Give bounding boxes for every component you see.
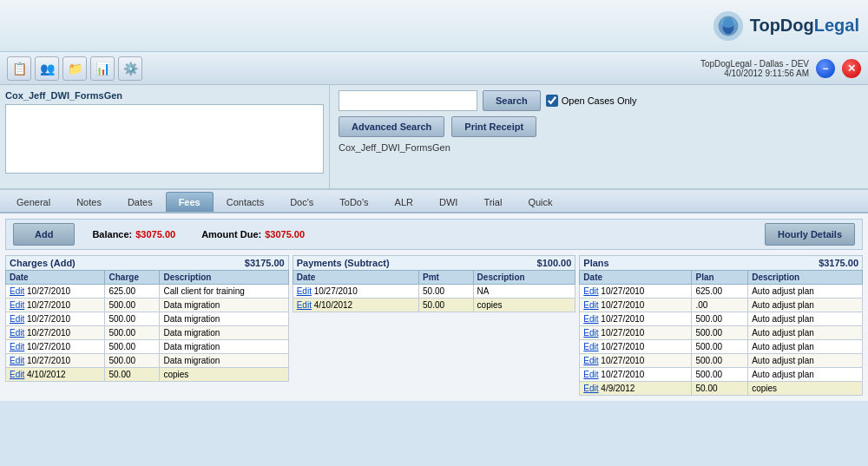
edit-charges-link[interactable]: Edit <box>10 300 24 310</box>
tab-alr[interactable]: ALR <box>382 192 426 212</box>
plans-col-desc: Description <box>748 271 863 285</box>
charges-row-desc: Data migration <box>160 326 288 340</box>
open-cases-checkbox[interactable] <box>546 95 558 107</box>
charges-row-charge: 50.00 <box>105 368 160 382</box>
edit-plans-link[interactable]: Edit <box>583 314 598 324</box>
charges-row-charge: 500.00 <box>105 340 160 354</box>
charges-row-desc: Data migration <box>160 312 288 326</box>
plans-row-desc: Auto adjust plan <box>748 340 863 354</box>
svg-point-3 <box>720 17 735 27</box>
charges-row-charge: 625.00 <box>105 285 160 299</box>
edit-plans-link[interactable]: Edit <box>583 328 598 338</box>
edit-payments-link[interactable]: Edit <box>297 300 312 310</box>
charges-row-desc: copies <box>160 368 288 382</box>
edit-plans-link[interactable]: Edit <box>583 384 598 393</box>
payments-row-desc: NA <box>473 285 575 299</box>
charges-row-date: Edit 10/27/2010 <box>6 312 105 326</box>
plans-row-plan: .00 <box>692 299 748 312</box>
server-info: TopDogLegal - Dallas - DEV <box>700 59 809 69</box>
plans-row-plan: 625.00 <box>692 285 748 299</box>
balance-label: Balance: <box>92 229 132 240</box>
charges-col-charge: Charge <box>105 271 160 285</box>
amount-due-value: $3075.00 <box>265 229 305 240</box>
table-row: Edit 10/27/2010 .00 Auto adjust plan <box>580 299 863 312</box>
plans-row-plan: 500.00 <box>692 312 748 326</box>
open-cases-label: Open Cases Only <box>562 95 637 106</box>
charges-row-charge: 500.00 <box>105 354 160 368</box>
tab-dates[interactable]: Dates <box>115 192 166 212</box>
tab-general[interactable]: General <box>3 192 63 212</box>
edit-charges-link[interactable]: Edit <box>10 286 24 296</box>
edit-charges-link[interactable]: Edit <box>10 342 24 351</box>
payments-row-pmt: 50.00 <box>419 285 474 299</box>
plans-table: Date Plan Description Edit 10/27/2010 62… <box>579 270 863 396</box>
toolbar-btn-5[interactable]: ⚙️ <box>118 56 142 81</box>
content-area: Add Balance: $3075.00 Amount Due: $3075.… <box>0 213 868 401</box>
balance-value: $3075.00 <box>135 229 175 240</box>
case-panel: Cox_Jeff_DWI_FormsGen <box>0 85 330 188</box>
edit-payments-link[interactable]: Edit <box>297 286 312 296</box>
edit-charges-link[interactable]: Edit <box>10 328 24 338</box>
plans-title: Plans <box>583 258 608 268</box>
charges-row-desc: Data migration <box>160 354 288 368</box>
search-input[interactable] <box>339 90 477 111</box>
charges-row-charge: 500.00 <box>105 299 160 312</box>
tab-trial[interactable]: Trial <box>470 192 515 212</box>
edit-plans-link[interactable]: Edit <box>583 286 598 296</box>
plans-row-date: Edit 10/27/2010 <box>580 312 692 326</box>
tab-notes[interactable]: Notes <box>63 192 115 212</box>
charges-row-charge: 500.00 <box>105 326 160 340</box>
payments-col-pmt: Pmt <box>419 271 474 285</box>
edit-plans-link[interactable]: Edit <box>583 356 598 365</box>
tab-quick[interactable]: Quick <box>515 192 565 212</box>
payments-row-pmt: 50.00 <box>419 299 474 312</box>
charges-row-date: Edit 10/27/2010 <box>6 354 105 368</box>
toolbar-btn-4[interactable]: 📊 <box>90 56 115 81</box>
table-row: Edit 10/27/2010 500.00 Auto adjust plan <box>580 354 863 368</box>
plans-row-desc: Auto adjust plan <box>748 368 863 382</box>
tab-doc-s[interactable]: Doc's <box>277 192 326 212</box>
tab-fees[interactable]: Fees <box>166 192 214 212</box>
plans-row-date: Edit 4/9/2012 <box>580 382 692 396</box>
table-row: Edit 10/27/2010 500.00 Auto adjust plan <box>580 340 863 354</box>
search-panel: Search Open Cases Only Advanced Search P… <box>330 85 868 188</box>
plans-row-desc: Auto adjust plan <box>748 299 863 312</box>
edit-charges-link[interactable]: Edit <box>10 370 24 379</box>
edit-charges-link[interactable]: Edit <box>10 356 24 365</box>
charges-table: Date Charge Description Edit 10/27/2010 … <box>5 270 289 382</box>
charges-row-desc: Data migration <box>160 299 288 312</box>
main-toolbar: 📋 👥 📁 📊 ⚙️ TopDogLegal - Dallas - DEV 4/… <box>0 52 868 85</box>
tab-todo-s[interactable]: ToDo's <box>326 192 381 212</box>
table-row: Edit 10/27/2010 500.00 Auto adjust plan <box>580 368 863 382</box>
payments-title: Payments (Subtract) <box>297 258 390 268</box>
edit-plans-link[interactable]: Edit <box>583 342 598 351</box>
payments-row-date: Edit 4/10/2012 <box>293 299 418 312</box>
plans-header: Plans $3175.00 <box>579 255 863 270</box>
search-button[interactable]: Search <box>483 90 541 111</box>
edit-charges-link[interactable]: Edit <box>10 314 24 324</box>
plans-row-desc: Auto adjust plan <box>748 354 863 368</box>
case-textarea[interactable] <box>5 104 324 174</box>
tab-contacts[interactable]: Contacts <box>214 192 277 212</box>
toolbar-btn-3[interactable]: 📁 <box>62 56 87 81</box>
hourly-details-button[interactable]: Hourly Details <box>765 223 855 246</box>
plans-row-plan: 500.00 <box>692 326 748 340</box>
plans-row-date: Edit 10/27/2010 <box>580 285 692 299</box>
plans-row-desc: copies <box>748 382 863 396</box>
close-button[interactable]: ✕ <box>842 59 861 78</box>
advanced-search-button[interactable]: Advanced Search <box>339 116 444 137</box>
plans-row-plan: 500.00 <box>692 368 748 382</box>
edit-plans-link[interactable]: Edit <box>583 370 598 379</box>
toolbar-btn-1[interactable]: 📋 <box>7 56 31 81</box>
tab-dwi[interactable]: DWI <box>426 192 470 212</box>
tab-bar: GeneralNotesDatesFeesContactsDoc'sToDo's… <box>0 189 868 213</box>
print-receipt-button[interactable]: Print Receipt <box>451 116 536 137</box>
add-button[interactable]: Add <box>13 223 75 246</box>
amount-due-label: Amount Due: <box>201 229 261 240</box>
edit-plans-link[interactable]: Edit <box>583 300 598 310</box>
plans-col-plan: Plan <box>692 271 748 285</box>
charges-row-date: Edit 10/27/2010 <box>6 326 105 340</box>
toolbar-btn-2[interactable]: 👥 <box>35 56 59 81</box>
minimize-button[interactable]: − <box>816 59 835 78</box>
plans-row-date: Edit 10/27/2010 <box>580 368 692 382</box>
